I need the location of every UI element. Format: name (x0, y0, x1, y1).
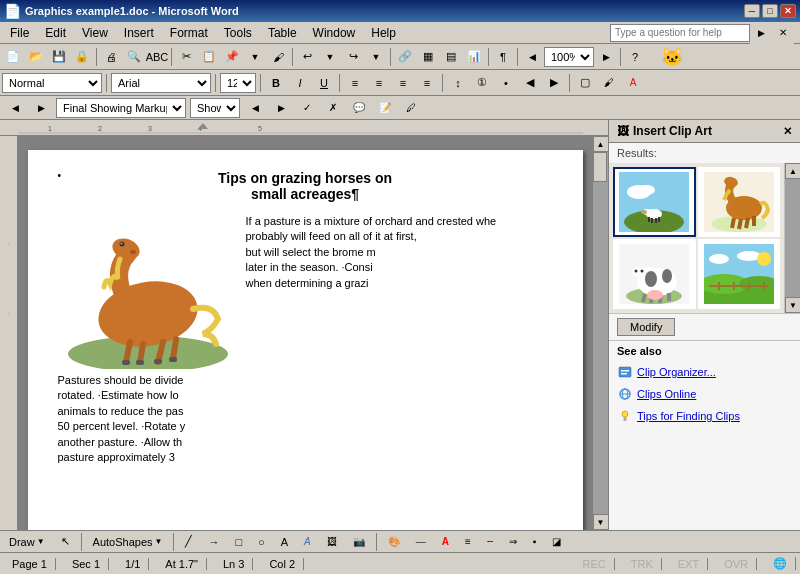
arrow-style-btn[interactable]: ⇒ (502, 534, 524, 549)
outside-border[interactable]: ▢ (574, 72, 596, 94)
textbox-tool[interactable]: A (274, 534, 295, 550)
font-color-btn[interactable]: A (622, 72, 644, 94)
draw-button[interactable]: Draw ▼ (2, 534, 52, 550)
see-also-organizer[interactable]: Clip Organizer... (609, 361, 800, 383)
autoshapes-button[interactable]: AutoShapes ▼ (86, 534, 170, 550)
prev-change[interactable]: ◀ (244, 97, 266, 119)
modify-button[interactable]: Modify (617, 318, 675, 336)
menu-edit[interactable]: Edit (37, 24, 74, 42)
show-hide[interactable]: ¶ (492, 46, 514, 68)
undo-button[interactable]: ↩ (296, 46, 318, 68)
select-objects-button[interactable]: ↖ (54, 533, 77, 550)
spell-button[interactable]: ABC (146, 46, 168, 68)
size-select[interactable]: 12 (220, 73, 256, 93)
picture-tool[interactable]: 📷 (346, 534, 372, 549)
markup-select[interactable]: Final Showing Markup Final Original (56, 98, 186, 118)
clip-item-1[interactable] (613, 167, 696, 237)
new-button[interactable]: 📄 (2, 46, 24, 68)
bold-button[interactable]: B (265, 72, 287, 94)
maximize-button[interactable]: □ (762, 4, 778, 18)
help-arrow[interactable]: ▶ (750, 22, 772, 44)
show-select[interactable]: Show (190, 98, 240, 118)
menu-file[interactable]: File (2, 24, 37, 42)
align-right[interactable]: ≡ (392, 72, 414, 94)
redo-button[interactable]: ↪ (342, 46, 364, 68)
print-button[interactable]: 🖨 (100, 46, 122, 68)
permission-button[interactable]: 🔒 (71, 46, 93, 68)
show-ink[interactable]: 🖊 (400, 97, 422, 119)
fill-color-btn[interactable]: 🎨 (381, 534, 407, 549)
help-button[interactable]: ? (624, 46, 646, 68)
zoom-in[interactable]: ▶ (595, 46, 617, 68)
menu-format[interactable]: Format (162, 24, 216, 42)
clip-item-2[interactable] (698, 167, 781, 237)
redo-arrow[interactable]: ▼ (365, 46, 387, 68)
panel-scroll-down[interactable]: ▼ (785, 297, 800, 313)
style-select[interactable]: Normal (2, 73, 102, 93)
menu-view[interactable]: View (74, 24, 116, 42)
close-pane[interactable]: ✕ (772, 22, 794, 44)
next-change[interactable]: ▶ (270, 97, 292, 119)
comment-btn[interactable]: 💬 (348, 97, 370, 119)
menu-insert[interactable]: Insert (116, 24, 162, 42)
bullets[interactable]: • (495, 72, 517, 94)
save-button[interactable]: 💾 (48, 46, 70, 68)
accept-change[interactable]: ✓ (296, 97, 318, 119)
scrollbar-track[interactable] (593, 152, 608, 514)
underline-button[interactable]: U (313, 72, 335, 94)
oval-tool[interactable]: ○ (251, 534, 272, 550)
menu-table[interactable]: Table (260, 24, 305, 42)
undo-arrow[interactable]: ▼ (319, 46, 341, 68)
insert-link[interactable]: 🔗 (394, 46, 416, 68)
preview-button[interactable]: 🔍 (123, 46, 145, 68)
align-left[interactable]: ≡ (344, 72, 366, 94)
arrow-tool[interactable]: → (201, 534, 226, 550)
panel-close-button[interactable]: ✕ (783, 125, 792, 138)
paste-special[interactable]: ▼ (244, 46, 266, 68)
scroll-up-button[interactable]: ▲ (593, 136, 609, 152)
shadow-btn[interactable]: ▪ (526, 534, 544, 549)
font-select[interactable]: Arial (111, 73, 211, 93)
reject-change[interactable]: ✗ (322, 97, 344, 119)
scrollbar-thumb[interactable] (593, 152, 607, 182)
minimize-button[interactable]: ─ (744, 4, 760, 18)
line-tool[interactable]: ╱ (178, 533, 199, 550)
zoom-select[interactable]: 100% 75% 50% (544, 47, 594, 67)
help-search-input[interactable] (610, 24, 750, 42)
line-color-btn[interactable]: — (409, 534, 433, 549)
3d-btn[interactable]: ◪ (545, 534, 568, 549)
highlight-btn[interactable]: 🖌 (598, 72, 620, 94)
menu-help[interactable]: Help (363, 24, 404, 42)
panel-scroll-up[interactable]: ▲ (785, 163, 800, 179)
line-style-btn[interactable]: ≡ (458, 534, 478, 549)
insert-cols[interactable]: ▤ (440, 46, 462, 68)
justify[interactable]: ≡ (416, 72, 438, 94)
close-button[interactable]: ✕ (780, 4, 796, 18)
dash-style-btn[interactable]: ╌ (480, 534, 500, 549)
insert-table[interactable]: ▦ (417, 46, 439, 68)
menu-window[interactable]: Window (305, 24, 364, 42)
rect-tool[interactable]: □ (228, 534, 249, 550)
track-left[interactable]: ◀ (4, 97, 26, 119)
insert-chart[interactable]: 📊 (463, 46, 485, 68)
clip-item-4[interactable] (698, 239, 781, 309)
line-spacing[interactable]: ↕ (447, 72, 469, 94)
zoom-out[interactable]: ◀ (521, 46, 543, 68)
cut-button[interactable]: ✂ (175, 46, 197, 68)
increase-indent[interactable]: ▶ (543, 72, 565, 94)
open-button[interactable]: 📂 (25, 46, 47, 68)
copy-button[interactable]: 📋 (198, 46, 220, 68)
align-center[interactable]: ≡ (368, 72, 390, 94)
track-right[interactable]: ▶ (30, 97, 52, 119)
scroll-down-button[interactable]: ▼ (593, 514, 609, 530)
wordart-tool[interactable]: A (297, 534, 318, 549)
format-painter[interactable]: 🖌 (267, 46, 289, 68)
track-changes-btn[interactable]: 📝 (374, 97, 396, 119)
clipart-insert-tool[interactable]: 🖼 (320, 534, 344, 549)
italic-button[interactable]: I (289, 72, 311, 94)
see-also-tips[interactable]: Tips for Finding Clips (609, 405, 800, 427)
menu-tools[interactable]: Tools (216, 24, 260, 42)
see-also-online[interactable]: Clips Online (609, 383, 800, 405)
panel-scroll-track[interactable] (785, 179, 800, 297)
clip-item-3[interactable] (613, 239, 696, 309)
